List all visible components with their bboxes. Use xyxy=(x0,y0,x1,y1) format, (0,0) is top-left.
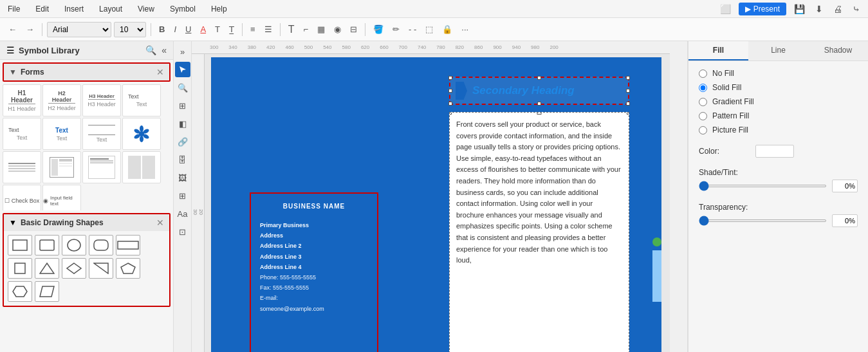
italic-button[interactable]: I xyxy=(171,23,180,36)
shape-tri-left[interactable] xyxy=(35,258,59,279)
color-picker[interactable] xyxy=(755,145,794,158)
search-icon[interactable]: 🔍 xyxy=(145,45,156,55)
text-symbol-1[interactable]: Text Text xyxy=(122,84,161,116)
line-color-button[interactable]: ✏ xyxy=(389,23,403,36)
present-button[interactable]: ▶ Present xyxy=(739,3,786,15)
misc-tool-btn[interactable]: ⊡ xyxy=(175,224,190,239)
image-tool-btn[interactable]: 🖼 xyxy=(175,170,190,185)
transparency-value-input[interactable]: 0% xyxy=(832,214,858,227)
h3-header-symbol[interactable]: H3 Header H3 Header xyxy=(82,84,121,116)
font-family-select[interactable]: Arial xyxy=(47,22,111,37)
tab-fill[interactable]: Fill xyxy=(688,41,748,60)
tab-line[interactable]: Line xyxy=(748,41,808,60)
widget-button[interactable]: ◉ xyxy=(331,23,344,36)
pattern-fill-radio[interactable] xyxy=(699,112,707,120)
align-justify-button[interactable]: ☰ xyxy=(261,23,275,36)
menu-view[interactable]: View xyxy=(135,3,157,15)
share-icon[interactable]: ⤷ xyxy=(850,3,863,15)
align-left-button[interactable]: ≡ xyxy=(247,23,259,36)
text-small-symbol[interactable]: Text xyxy=(82,118,121,150)
shape-rect-light[interactable] xyxy=(35,235,59,255)
download-icon[interactable]: ⬇ xyxy=(813,3,826,15)
table-button[interactable]: ▦ xyxy=(314,23,328,36)
no-fill-row[interactable]: No Fill xyxy=(699,69,858,78)
paragraph-layout-symbol[interactable] xyxy=(82,151,121,183)
collapse-icon[interactable]: « xyxy=(162,45,167,55)
picture-fill-radio[interactable] xyxy=(699,126,707,134)
more-button[interactable]: ··· xyxy=(458,23,472,36)
pointer-tool-btn[interactable] xyxy=(175,62,190,77)
transparency-slider[interactable] xyxy=(699,219,827,222)
monitor-icon[interactable]: ⬜ xyxy=(717,3,734,15)
arrange-tool-btn[interactable]: ⊞ xyxy=(175,188,190,203)
solid-fill-row[interactable]: Solid Fill xyxy=(699,83,858,92)
forms-section-header[interactable]: ▼ Forms ✕ xyxy=(3,62,171,82)
shapes-close-icon[interactable]: ✕ xyxy=(156,218,164,228)
menu-file[interactable]: File xyxy=(5,3,23,15)
shade-value-input[interactable]: 0% xyxy=(832,180,858,192)
shape-diamond[interactable] xyxy=(62,258,86,279)
canvas-drawing[interactable]: Secondary Heading Front covers sell your… xyxy=(211,57,661,352)
checkbox-symbol[interactable]: ☐Check Box xyxy=(3,185,41,210)
undo-button[interactable]: ← xyxy=(5,23,20,36)
picture-fill-row[interactable]: Picture Fill xyxy=(699,125,858,134)
pattern-fill-row[interactable]: Pattern Fill xyxy=(699,111,858,120)
grid-tool-btn[interactable]: ⊞ xyxy=(175,98,190,113)
text-bg-button[interactable]: T̲ xyxy=(226,23,237,36)
two-col-symbol[interactable] xyxy=(122,151,161,183)
shape-parallelogram[interactable] xyxy=(35,281,59,302)
input-field-symbol[interactable]: ◉Input field text xyxy=(42,185,81,210)
menu-symbol[interactable]: Symbol xyxy=(167,3,198,15)
text-tool-button[interactable]: T xyxy=(285,22,298,37)
shape-circle[interactable] xyxy=(62,235,86,255)
text-content-panel[interactable]: Front covers sell your product or servic… xyxy=(449,112,629,352)
font-size-select[interactable]: 10 xyxy=(114,22,146,37)
bold-button[interactable]: B xyxy=(156,23,168,36)
forms-close-icon[interactable]: ✕ xyxy=(156,67,164,77)
save-icon[interactable]: 💾 xyxy=(791,3,808,15)
expand-tool-btn[interactable]: » xyxy=(175,44,190,59)
tab-shadow[interactable]: Shadow xyxy=(808,41,868,60)
shape-pentagon[interactable] xyxy=(116,258,140,279)
solid-fill-radio[interactable] xyxy=(699,84,707,92)
menu-layout[interactable]: Layout xyxy=(97,3,125,15)
page-layout-symbol[interactable] xyxy=(42,151,81,183)
font-color-button[interactable]: A xyxy=(197,23,209,36)
lock-button[interactable]: 🔒 xyxy=(439,23,456,36)
shape-rect[interactable] xyxy=(8,235,32,255)
align-button[interactable]: ⊟ xyxy=(347,23,360,36)
shape-tri-right[interactable] xyxy=(89,258,113,279)
link-tool-btn[interactable]: 🔗 xyxy=(175,134,190,149)
text-blue-symbol[interactable]: Text Text xyxy=(42,118,81,150)
crop-button[interactable]: ⬚ xyxy=(422,23,436,36)
shapes-section-header[interactable]: ▼ Basic Drawing Shapes ✕ xyxy=(4,214,169,231)
shape-button[interactable]: ⌐ xyxy=(300,23,311,36)
shade-slider[interactable] xyxy=(699,185,827,187)
format-tool-btn[interactable]: Aa xyxy=(175,206,190,221)
canvas-area[interactable]: 300 340 380 420 460 500 540 580 620 660 … xyxy=(192,41,670,352)
underline-button[interactable]: U xyxy=(182,23,194,36)
fill-color-button[interactable]: 🪣 xyxy=(370,23,387,36)
business-card-panel[interactable]: BUSINESS NAME Primary Business Address A… xyxy=(250,192,378,352)
h1-header-symbol[interactable]: H1 Header H1 Header xyxy=(3,84,41,116)
menu-help[interactable]: Help xyxy=(208,3,230,15)
lined-text-symbol[interactable] xyxy=(3,151,41,183)
no-fill-radio[interactable] xyxy=(699,69,707,78)
zoom-tool-btn[interactable]: 🔍 xyxy=(175,80,190,95)
shape-tall-rect[interactable] xyxy=(8,258,32,279)
layers-tool-btn[interactable]: ◧ xyxy=(175,116,190,131)
shape-hex[interactable] xyxy=(8,281,32,302)
redo-button[interactable]: → xyxy=(23,23,37,36)
print-icon[interactable]: 🖨 xyxy=(831,3,845,15)
secondary-heading-box[interactable]: Secondary Heading xyxy=(449,77,629,105)
line-style-button[interactable]: - - xyxy=(405,23,420,36)
database-tool-btn[interactable]: 🗄 xyxy=(175,152,190,167)
text-symbol-2[interactable]: Text Text xyxy=(3,118,41,150)
text-style-button[interactable]: T xyxy=(212,23,223,36)
h2-header-symbol[interactable]: H2 Header H2 Header xyxy=(42,84,81,116)
gradient-fill-radio[interactable] xyxy=(699,98,707,106)
flower-symbol[interactable] xyxy=(122,118,161,150)
shape-rounded-rect[interactable] xyxy=(89,235,113,255)
menu-insert[interactable]: Insert xyxy=(62,3,86,15)
gradient-fill-row[interactable]: Gradient Fill xyxy=(699,97,858,106)
